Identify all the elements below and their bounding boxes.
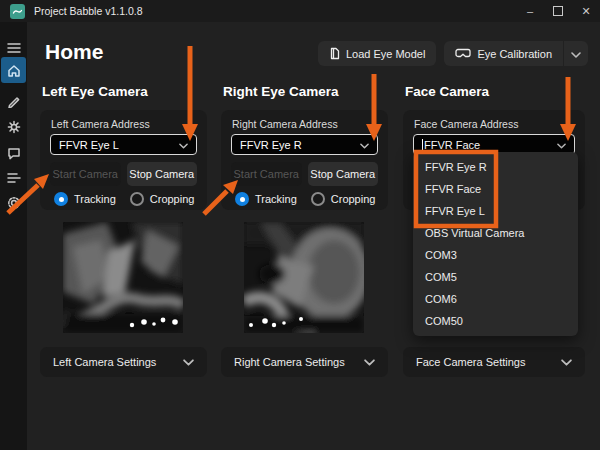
- address-label: Left Camera Address: [51, 118, 150, 130]
- chevron-down-icon: [360, 139, 369, 151]
- cropping-radio[interactable]: [130, 192, 144, 206]
- left-camera-preview: [63, 222, 183, 333]
- right-eye-camera-section: Right Eye Camera Right Camera Address FF…: [221, 84, 388, 384]
- load-eye-model-button[interactable]: Load Eye Model: [318, 41, 437, 66]
- maximize-button[interactable]: [544, 0, 572, 22]
- minimize-button[interactable]: –: [516, 0, 544, 22]
- address-label: Face Camera Address: [414, 118, 518, 130]
- sidebar-item-logs[interactable]: [0, 165, 27, 191]
- chevron-down-icon: [364, 356, 375, 368]
- eye-calibration-dropdown-button[interactable]: [564, 41, 588, 66]
- eye-calibration-group: Eye Calibration: [444, 41, 588, 66]
- chevron-down-icon: [183, 356, 194, 368]
- vr-goggles-icon: [455, 48, 471, 59]
- section-heading: Left Eye Camera: [42, 84, 148, 99]
- dropdown-option[interactable]: FFVR Eye R: [413, 156, 578, 178]
- start-camera-button[interactable]: Start Camera: [50, 162, 121, 186]
- chevron-down-icon: [571, 48, 581, 60]
- maximize-icon: [553, 6, 563, 16]
- section-heading: Face Camera: [405, 84, 489, 99]
- home-icon: [7, 64, 21, 77]
- dropdown-option[interactable]: OBS Virtual Camera: [413, 222, 578, 244]
- address-label: Right Camera Address: [232, 118, 338, 130]
- close-button[interactable]: ✕: [572, 0, 600, 22]
- face-camera-dropdown-list: FFVR Eye RFFVR FaceFFVR Eye LOBS Virtual…: [413, 152, 578, 336]
- chat-bubble-icon: [7, 147, 21, 160]
- title-bar: Project Babble v1.1.0.8 – ✕: [0, 0, 600, 22]
- page-title: Home: [45, 40, 103, 64]
- sidebar-item-home[interactable]: [1, 57, 26, 83]
- tracking-radio[interactable]: [235, 192, 249, 206]
- left-camera-address-select[interactable]: FFVR Eye L: [50, 134, 197, 155]
- cropping-radio[interactable]: [311, 192, 325, 206]
- dropdown-option[interactable]: COM3: [413, 244, 578, 266]
- eye-calibration-button[interactable]: Eye Calibration: [444, 41, 563, 66]
- gear-filled-icon: [7, 120, 21, 134]
- header-actions: Load Eye Model Eye Calibration: [318, 41, 588, 66]
- sidebar-item-settings[interactable]: [0, 190, 27, 216]
- gear-icon: [7, 196, 21, 210]
- sidebar-item-edit[interactable]: [0, 88, 27, 114]
- stop-camera-button[interactable]: Stop Camera: [127, 162, 198, 186]
- right-camera-address-select[interactable]: FFVR Eye R: [231, 134, 378, 155]
- start-camera-button[interactable]: Start Camera: [231, 162, 302, 186]
- app-logo-icon: [10, 4, 25, 19]
- list-icon: [7, 172, 21, 184]
- chevron-down-icon: [557, 139, 566, 151]
- dropdown-option[interactable]: FFVR Face: [413, 178, 578, 200]
- model-file-icon: [329, 47, 340, 60]
- app-window: Project Babble v1.1.0.8 – ✕ Home: [0, 0, 600, 450]
- dropdown-option[interactable]: COM50: [413, 310, 578, 332]
- window-title: Project Babble v1.1.0.8: [34, 5, 143, 17]
- right-camera-panel: Right Camera Address FFVR Eye R Start Ca…: [221, 110, 388, 210]
- dropdown-option[interactable]: FFVR Eye L: [413, 200, 578, 222]
- stop-camera-button[interactable]: Stop Camera: [308, 162, 379, 186]
- chevron-down-icon: [179, 139, 188, 151]
- tracking-radio[interactable]: [54, 192, 68, 206]
- face-camera-settings-button[interactable]: Face Camera Settings: [403, 347, 585, 377]
- chevron-down-icon: [561, 356, 572, 368]
- left-camera-panel: Left Camera Address FFVR Eye L Start Cam…: [40, 110, 207, 210]
- dropdown-option[interactable]: COM5: [413, 266, 578, 288]
- sidebar-item-algorithms[interactable]: [0, 114, 27, 140]
- face-camera-section: Face Camera Face Camera Address FFVR Fac…: [403, 84, 585, 384]
- pencil-icon: [7, 95, 20, 108]
- text-cursor: [422, 139, 423, 151]
- sidebar-item-messages[interactable]: [0, 140, 27, 166]
- right-camera-settings-button[interactable]: Right Camera Settings: [221, 347, 388, 377]
- left-eye-camera-section: Left Eye Camera Left Camera Address FFVR…: [40, 84, 207, 384]
- right-camera-preview: [244, 222, 364, 333]
- sidebar-nav: [0, 22, 27, 450]
- left-camera-settings-button[interactable]: Left Camera Settings: [40, 347, 207, 377]
- section-heading: Right Eye Camera: [223, 84, 339, 99]
- dropdown-option[interactable]: COM6: [413, 288, 578, 310]
